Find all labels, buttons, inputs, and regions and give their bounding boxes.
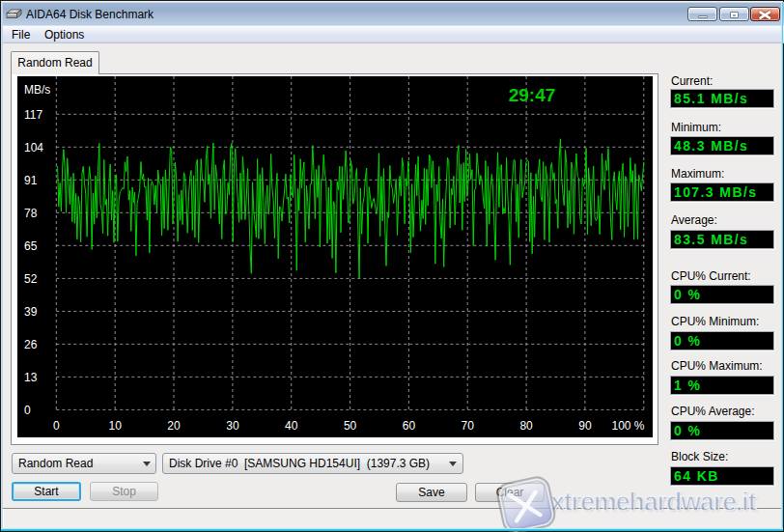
svg-text:52: 52 bbox=[24, 272, 38, 286]
svg-text:104: 104 bbox=[24, 141, 43, 154]
svg-text:65: 65 bbox=[24, 239, 38, 253]
svg-text:13: 13 bbox=[24, 371, 38, 384]
svg-text:26: 26 bbox=[24, 338, 38, 351]
svg-text:90: 90 bbox=[578, 419, 592, 433]
svg-text:78: 78 bbox=[24, 207, 38, 220]
svg-text:MB/s: MB/s bbox=[24, 83, 50, 97]
svg-text:91: 91 bbox=[24, 174, 38, 187]
svg-text:50: 50 bbox=[344, 419, 357, 433]
svg-text:100 %: 100 % bbox=[611, 419, 644, 433]
svg-text:10: 10 bbox=[109, 419, 123, 433]
svg-text:60: 60 bbox=[403, 419, 416, 433]
svg-text:80: 80 bbox=[519, 419, 533, 433]
svg-text:20: 20 bbox=[167, 419, 181, 433]
svg-text:30: 30 bbox=[226, 419, 239, 433]
svg-text:40: 40 bbox=[285, 419, 298, 433]
svg-text:70: 70 bbox=[462, 419, 475, 433]
svg-text:29:47: 29:47 bbox=[509, 85, 556, 105]
svg-text:0: 0 bbox=[53, 419, 60, 433]
svg-text:117: 117 bbox=[24, 108, 42, 122]
svg-text:0: 0 bbox=[24, 404, 31, 417]
svg-text:39: 39 bbox=[24, 305, 38, 319]
